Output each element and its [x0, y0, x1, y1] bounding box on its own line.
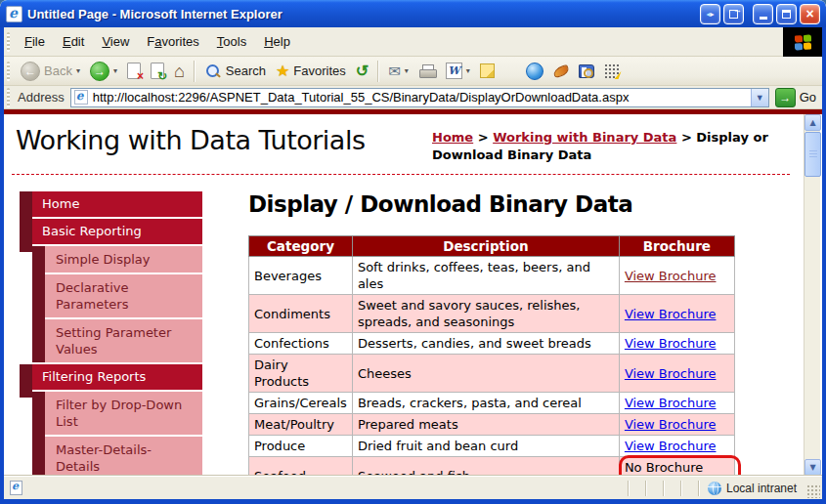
- table-row: ConfectionsDesserts, candies, and sweet …: [249, 333, 735, 355]
- view-brochure-link[interactable]: View Brochure: [625, 396, 717, 410]
- description-cell: Desserts, candies, and sweet breads: [352, 333, 619, 355]
- toolbar-separator: [194, 61, 196, 82]
- capture-button[interactable]: [548, 64, 574, 78]
- home-button[interactable]: ⌂: [169, 61, 190, 82]
- sidebar-item-filtering-reports[interactable]: Filtering Reports: [20, 364, 202, 390]
- category-cell: Produce: [249, 436, 353, 457]
- forward-button[interactable]: → ▾: [85, 60, 122, 83]
- description-cell: Sweet and savory sauces, relishes, sprea…: [352, 295, 619, 333]
- window-frame: [0, 27, 4, 499]
- sidebar-item-filter-by-drop-down-list[interactable]: Filter by Drop-Down List: [45, 392, 202, 435]
- address-dropdown-icon[interactable]: ▼: [751, 89, 768, 106]
- sidebar-item-simple-display[interactable]: Simple Display: [45, 246, 202, 273]
- no-brochure-text: No Brochure Available: [625, 459, 729, 476]
- view-brochure-link[interactable]: View Brochure: [625, 366, 717, 381]
- view-brochure-link[interactable]: View Brochure: [625, 307, 717, 321]
- description-cell: Cheeses: [352, 355, 619, 393]
- search-button[interactable]: Search: [199, 61, 271, 82]
- scrollbar-thumb[interactable]: [804, 132, 821, 177]
- sidebar-item-home[interactable]: Home: [20, 191, 202, 217]
- favorites-button[interactable]: ★ Favorites: [271, 62, 351, 81]
- vertical-scrollbar[interactable]: ▲ ▼: [804, 114, 820, 476]
- menu-item-view[interactable]: View: [93, 29, 138, 54]
- close-button[interactable]: ×: [800, 4, 820, 24]
- description-cell: Breads, crackers, pasta, and cereal: [352, 393, 619, 414]
- scroll-up-icon[interactable]: ▲: [804, 114, 821, 131]
- view-brochure-link[interactable]: View Brochure: [625, 269, 717, 283]
- brochure-cell: View Brochure: [619, 295, 734, 333]
- category-cell: Grains/Cereals: [249, 393, 353, 414]
- address-bar: Address e http://localhost:2296/ASPNET_D…: [4, 86, 822, 109]
- toolbar-grip[interactable]: [7, 62, 10, 81]
- nav-arrows-button[interactable]: ◂▸: [700, 4, 720, 24]
- table-row: Meat/PoultryPrepared meatsView Brochure: [249, 414, 735, 436]
- browser-window: e Untitled Page - Microsoft Internet Exp…: [0, 0, 826, 504]
- menu-grip[interactable]: [7, 32, 10, 52]
- address-url: http://localhost:2296/ASPNET_Data_Tutori…: [88, 90, 751, 105]
- export-button[interactable]: [723, 4, 744, 24]
- print-button[interactable]: [413, 63, 441, 80]
- table-row: SeafoodSeaweed and fishNo Brochure Avail…: [249, 457, 735, 477]
- view-brochure-link[interactable]: View Brochure: [625, 439, 717, 453]
- breadcrumb-home-link[interactable]: Home: [432, 130, 473, 145]
- research-button[interactable]: [574, 63, 599, 80]
- brochure-cell: View Brochure: [619, 436, 734, 457]
- sidebar-item-declarative-parameters[interactable]: Declarative Parameters: [45, 274, 202, 317]
- intranet-globe-icon: [708, 482, 721, 495]
- breadcrumb-binary-data-link[interactable]: Working with Binary Data: [493, 130, 676, 145]
- address-grip[interactable]: [7, 88, 10, 107]
- brochure-cell: View Brochure: [619, 393, 734, 414]
- history-button[interactable]: ↺: [351, 62, 373, 81]
- sidebar-item-master-details-details[interactable]: Master-Details-Details: [45, 437, 202, 476]
- resize-grip[interactable]: [806, 484, 820, 498]
- maximize-button[interactable]: [776, 4, 797, 24]
- tools-grid-button[interactable]: [599, 62, 625, 81]
- toolbar-separator: [377, 61, 379, 82]
- category-cell: Seafood: [249, 457, 353, 477]
- back-dropdown-icon: ▾: [76, 66, 80, 75]
- history-icon: ↺: [356, 63, 369, 79]
- edit-word-button[interactable]: W ▾: [441, 61, 475, 81]
- nav-accent: [20, 219, 32, 252]
- windows-logo: [783, 27, 822, 57]
- status-divider: [698, 481, 700, 496]
- view-brochure-link[interactable]: View Brochure: [625, 336, 717, 351]
- sidebar-item-basic-reporting[interactable]: Basic Reporting: [20, 219, 202, 244]
- brochure-cell: View Brochure: [619, 414, 734, 436]
- sidebar-item-setting-parameter-values[interactable]: Setting Parameter Values: [45, 319, 202, 362]
- description-cell: Prepared meats: [352, 414, 619, 436]
- messenger-button[interactable]: [521, 61, 548, 82]
- stop-button[interactable]: ×: [122, 61, 146, 81]
- note-icon: [480, 63, 495, 78]
- discuss-button[interactable]: [475, 62, 500, 80]
- status-divider: [663, 481, 665, 496]
- refresh-icon: ↻: [151, 63, 164, 79]
- ie-app-icon: e: [6, 6, 22, 22]
- page-title: Display / Download Binary Data: [248, 191, 737, 217]
- print-icon: [418, 64, 436, 78]
- mail-button[interactable]: ✉ ▾: [383, 62, 413, 80]
- description-cell: Dried fruit and bean curd: [352, 436, 619, 457]
- menu-item-file[interactable]: File: [16, 29, 54, 54]
- menu-item-help[interactable]: Help: [255, 29, 299, 54]
- window-frame: [822, 27, 826, 499]
- menu-item-edit[interactable]: Edit: [54, 29, 93, 54]
- menu-item-tools[interactable]: Tools: [208, 29, 255, 54]
- word-icon: W: [446, 63, 462, 79]
- go-button[interactable]: →: [775, 88, 796, 107]
- view-brochure-link[interactable]: View Brochure: [625, 417, 717, 432]
- back-button[interactable]: ← Back ▾: [16, 60, 85, 83]
- address-input[interactable]: e http://localhost:2296/ASPNET_Data_Tuto…: [70, 88, 769, 107]
- scroll-down-icon[interactable]: ▼: [804, 459, 821, 476]
- annotation-highlight: [619, 455, 741, 476]
- status-divider: [680, 481, 682, 496]
- refresh-button[interactable]: ↻: [146, 61, 169, 81]
- menu-item-favorites[interactable]: Favorites: [138, 29, 207, 54]
- word-dropdown-icon: ▾: [466, 66, 470, 75]
- column-header-description: Description: [352, 236, 619, 257]
- data-table: Category Description Brochure BeveragesS…: [248, 235, 735, 476]
- menu-bar: FileEditViewFavoritesToolsHelp: [4, 27, 822, 57]
- minimize-button[interactable]: [753, 4, 773, 24]
- brochure-cell: View Brochure: [619, 355, 734, 393]
- category-cell: Confections: [249, 333, 353, 355]
